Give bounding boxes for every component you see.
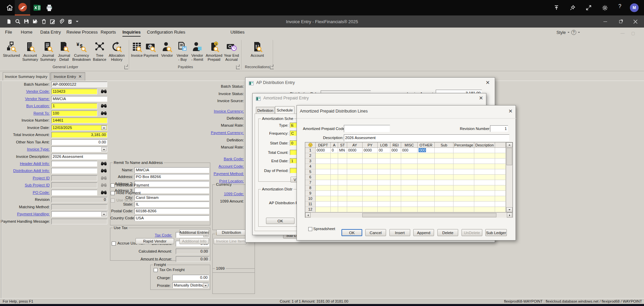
grid-cell-r9-ay[interactable] (347, 191, 363, 196)
ok-button[interactable]: OK (341, 229, 362, 236)
grid-cell-r12-percentage[interactable] (453, 207, 474, 212)
grid-cell-r7-st[interactable] (338, 180, 347, 185)
field-matching-method[interactable] (51, 204, 107, 210)
grid-cell-r12-py[interactable] (363, 207, 378, 212)
tax-code-label[interactable]: Tax Code: (145, 233, 172, 237)
grid-cell-r2-py[interactable] (363, 153, 378, 159)
grid-cell-r6-percentage[interactable] (453, 175, 474, 180)
field-other-non-tax-amt[interactable]: 0.00 (51, 139, 107, 145)
grid-cell-r3-sub[interactable] (435, 159, 453, 164)
grid-cell-r7-misc[interactable] (401, 180, 418, 185)
grid-cell-r6-description[interactable] (474, 175, 495, 180)
grid-cell-r6-ay[interactable] (347, 175, 363, 180)
grid-cell-r9-filler[interactable] (495, 191, 506, 196)
grid-cell-r8-filler[interactable] (495, 185, 506, 191)
label-payment-currency-6[interactable]: Payment Currency: (188, 131, 244, 135)
grid-cell-r9-sub[interactable] (435, 191, 453, 196)
ribbon-item-year-end-accrual[interactable]: Year End Accrual (223, 40, 239, 69)
resize-icon[interactable] (584, 3, 593, 12)
grid-cell-r11-a[interactable] (331, 202, 338, 207)
tab-invoice-entry[interactable]: Invoice Entry✕ (50, 72, 85, 81)
description-field[interactable]: 2026 Assessment (344, 134, 509, 141)
grid-cell-r10-dept[interactable] (316, 196, 331, 202)
grid-cell-r2-other[interactable] (418, 153, 435, 159)
lookup-binoculars-icon[interactable] (101, 89, 107, 93)
grid-cell-r3-filler[interactable] (495, 159, 506, 164)
close-icon[interactable]: ✕ (485, 80, 491, 86)
dropdown-icon[interactable] (101, 126, 107, 130)
grid-cell-r5-dept[interactable] (316, 169, 331, 175)
cancel-button[interactable]: Cancel (365, 229, 386, 236)
menu-item-inquiries[interactable]: Inquiries (122, 30, 141, 37)
label-payment-handling[interactable]: Payment Handling: (1, 212, 50, 216)
ribbon-item-allocation-history[interactable]: Allocation History (107, 40, 127, 69)
grid-cell-r12-misc[interactable] (401, 207, 418, 212)
grid-cell-r6-py[interactable] (363, 175, 378, 180)
grid-cell-r2-filler[interactable] (495, 153, 506, 159)
additional-info-button[interactable]: Additional Info (179, 238, 209, 244)
grid-header-dept[interactable]: DEPT (316, 142, 331, 148)
grid-cell-r7-lob[interactable] (378, 180, 390, 185)
grid-cell-r9-a[interactable] (331, 191, 338, 196)
save-icon[interactable] (23, 18, 29, 24)
grid-cell-r3-description[interactable] (474, 159, 495, 164)
grid-cell-r3-rei[interactable] (390, 159, 401, 164)
grid-header-description[interactable]: Description (474, 142, 495, 148)
grid-cell-r7-percentage[interactable] (453, 180, 474, 185)
checkbox-use-scn[interactable] (111, 199, 115, 203)
grid-cell-r9-st[interactable] (338, 191, 347, 196)
grid-cell-r4-percentage[interactable] (453, 164, 474, 169)
grid-row-number[interactable]: 6 (305, 175, 316, 180)
lookup-binoculars-icon[interactable] (101, 111, 107, 115)
scroll-down-icon[interactable] (506, 207, 513, 212)
field-header-addl-info[interactable] (51, 161, 97, 167)
grid-cell-r2-ay[interactable] (347, 153, 363, 159)
insert-button[interactable]: Insert (389, 229, 410, 236)
grid-cell-r9-rei[interactable] (390, 191, 401, 196)
grid-row-number[interactable]: 7 (305, 180, 316, 185)
quick-access-dropdown-icon[interactable] (76, 21, 78, 24)
scroll-right-icon[interactable] (507, 213, 512, 218)
grid-cell-r6-filler[interactable] (495, 175, 506, 180)
ribbon-item-tree-balance[interactable]: Tree Balance (92, 40, 107, 69)
avatar[interactable]: M (630, 3, 639, 12)
grid-header-a[interactable]: A (331, 142, 338, 148)
home-icon[interactable] (5, 3, 14, 12)
menu-item-reports[interactable]: Reports (101, 30, 116, 36)
grid-cell-r11-sub[interactable] (435, 202, 453, 207)
grid-row-number[interactable]: 4 (305, 164, 316, 169)
grid-cell-r4-st[interactable] (338, 164, 347, 169)
grid-cell-r8-py[interactable] (363, 185, 378, 191)
attachment-icon[interactable] (58, 18, 64, 24)
label-invoice-type[interactable]: Invoice Type: (1, 147, 50, 151)
label-1099-code-13[interactable]: 1099 Code: (188, 192, 244, 196)
field-vendor-name[interactable]: MWCIA (51, 96, 107, 102)
grid-cell-r1-misc[interactable]: 000 (401, 148, 418, 153)
grid-cell-r8-misc[interactable] (401, 185, 418, 191)
tab-close-icon[interactable]: ✕ (78, 75, 82, 78)
label-distribution-addl-info[interactable]: Distribution Addl Info: (1, 169, 50, 173)
grid-cell-r1-filler[interactable] (495, 148, 506, 153)
field-calculated-amount[interactable]: 0.00 (176, 249, 209, 254)
grid-cell-r8-st[interactable] (338, 185, 347, 191)
grid-row-number[interactable]: 5 (305, 169, 316, 175)
grid-cell-r2-st[interactable] (338, 153, 347, 159)
grid-cell-r4-filler[interactable] (495, 164, 506, 169)
grid-cell-r6-sub[interactable] (435, 175, 453, 180)
ribbon-item-payment[interactable]: $Payment (144, 40, 158, 69)
close-icon[interactable]: ✕ (478, 95, 484, 101)
grid-cell-r5-rei[interactable] (390, 169, 401, 175)
grid-cell-r4-sub[interactable] (435, 164, 453, 169)
field-po-code[interactable] (51, 190, 97, 195)
grid-cell-r1-percentage[interactable] (453, 148, 474, 153)
close-button[interactable] (631, 18, 639, 25)
grid-cell-r12-filler[interactable] (495, 207, 506, 212)
field-amount-to-accrue[interactable]: 0.00 (176, 256, 209, 262)
grid-cell-r1-sub[interactable] (435, 148, 453, 153)
grid-cell-r6-dept[interactable] (316, 175, 331, 180)
grid-cell-r10-lob[interactable] (378, 196, 390, 202)
ok-button[interactable]: OK (266, 218, 294, 224)
grid-cell-r5-lob[interactable] (378, 169, 390, 175)
grid-cell-r10-other[interactable] (418, 196, 435, 202)
lookup-binoculars-icon[interactable] (101, 161, 107, 166)
